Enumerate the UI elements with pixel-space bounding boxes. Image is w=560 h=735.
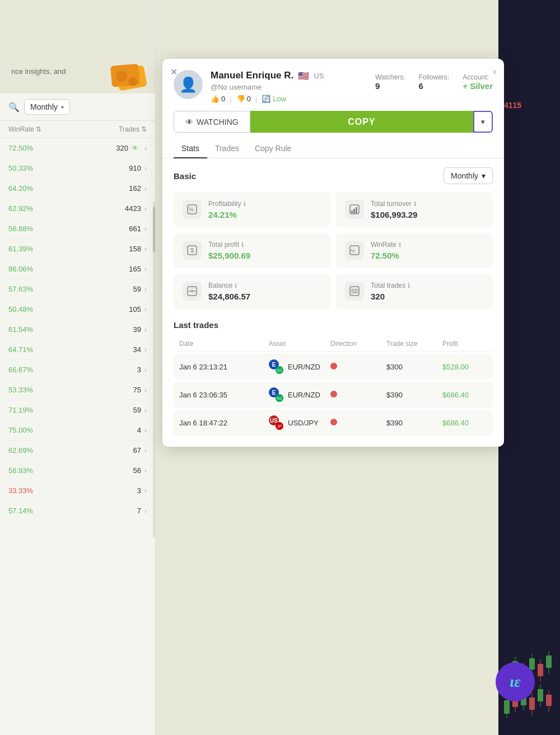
table-row[interactable]: Jan 6 23:06:35 E NZ EUR/NZD $390 $686.40 (174, 382, 493, 408)
chevron-right-icon: › (144, 346, 147, 354)
balance-card: Balance ℹ $24,806.57 (174, 274, 330, 309)
scrollbar[interactable] (153, 202, 155, 537)
scrollbar-thumb[interactable] (153, 207, 155, 252)
modal-close-left-icon[interactable]: ✕ (170, 67, 178, 77)
avatar: 👤 (174, 70, 203, 99)
chevron-right-icon: › (144, 265, 147, 273)
tab-stats[interactable]: Stats (174, 139, 207, 158)
balance-value: $24,806.57 (208, 292, 321, 301)
modal-close-right-icon[interactable]: ‹ (493, 67, 496, 77)
trade-date: Jan 6 18:47:22 (179, 419, 269, 427)
modal-tabs: Stats Trades Copy Rule (162, 133, 504, 158)
list-item[interactable]: 61.54% 39 › (0, 320, 155, 340)
list-item[interactable]: 62.92% 4423 › (0, 199, 155, 219)
asset-flag-icon: E NZ (269, 359, 283, 374)
row-right: 75 › (133, 386, 147, 394)
trades-value: 67 (133, 446, 141, 455)
tab-trades[interactable]: Trades (207, 139, 247, 158)
winrate-value: 50.48% (8, 305, 33, 313)
chevron-right-icon: › (144, 205, 147, 213)
row-right: 3 › (137, 366, 147, 374)
col-asset: Asset (269, 340, 330, 348)
profit-value: $528.00 (442, 363, 487, 371)
trader-modal: ✕ ‹ 👤 Manuel Enrique R. 🇺🇸 US @No userna… (162, 59, 504, 447)
winrate-content: WinRate ℹ 72.50% (371, 241, 484, 260)
action-buttons: 👁 WATCHING COPY ▾ (162, 103, 504, 133)
list-item[interactable]: 57.63% 59 › (0, 279, 155, 299)
row-right: 3 › (137, 486, 147, 495)
total-trades-content: Total trades ℹ 320 (371, 282, 484, 301)
copy-dropdown-button[interactable]: ▾ (473, 111, 493, 133)
trades-value: 7 (137, 507, 141, 515)
row-right: 4 › (137, 426, 147, 434)
list-item[interactable]: 62.69% 67 › (0, 441, 155, 461)
list-item[interactable]: 56.88% 661 › (0, 219, 155, 239)
svg-point-3 (128, 77, 137, 86)
winrate-info-icon: ℹ (399, 241, 401, 249)
list-item[interactable]: 86.06% 165 › (0, 259, 155, 279)
trades-header[interactable]: Trades ⇅ (119, 125, 147, 133)
trades-value: 56 (133, 466, 141, 475)
list-item[interactable]: 64.71% 34 › (0, 340, 155, 360)
total-trades-info-icon: ℹ (408, 282, 410, 289)
tab-copy-rule[interactable]: Copy Rule (247, 139, 299, 158)
trade-size: $300 (386, 363, 442, 371)
risk-label: Low (273, 95, 286, 103)
winrate-value: 58.93% (8, 466, 33, 475)
asset-name: USD/JPY (288, 419, 319, 427)
row-right: 162 › (129, 184, 147, 193)
search-icon[interactable]: 🔍 (8, 102, 20, 113)
list-item[interactable]: 58.93% 56 › (0, 461, 155, 481)
monthly-dropdown[interactable]: Monthly ▾ (24, 99, 70, 115)
copy-button[interactable]: COPY (250, 111, 473, 133)
svg-text:%: % (189, 207, 194, 213)
svg-rect-31 (351, 210, 353, 213)
list-item[interactable]: 50.33% 910 › (0, 158, 155, 179)
watching-label: WATCHING (197, 118, 239, 127)
direction-cell (330, 391, 386, 399)
logo-badge: ιε (496, 662, 535, 701)
table-row[interactable]: Jan 6 23:13:21 E NZ EUR/NZD $300 $528.00 (174, 354, 493, 380)
account-value: + Silver (463, 81, 493, 91)
username: @No username (211, 83, 367, 91)
asset-cell: US JP USD/JPY (269, 415, 330, 430)
winrate-value: 33.33% (8, 486, 33, 495)
chevron-right-icon: › (144, 326, 147, 334)
winrate-label: WinRate ℹ (371, 241, 484, 249)
list-item[interactable]: 66.67% 3 › (0, 360, 155, 380)
list-item[interactable]: 61.39% 158 › (0, 239, 155, 259)
list-item[interactable]: 75.00% 4 › (0, 420, 155, 441)
country-flag: 🇺🇸 (298, 71, 309, 81)
list-item[interactable]: 33.33% 3 › (0, 481, 155, 501)
col-trade-size: Trade size (386, 340, 442, 348)
svg-rect-33 (356, 207, 357, 213)
row-right: 165 › (129, 265, 147, 273)
chevron-right-icon: › (144, 165, 147, 172)
svg-rect-25 (538, 689, 543, 701)
list-item[interactable]: 57.14% 7 › (0, 501, 155, 521)
total-trades-icon (345, 282, 364, 301)
row-right: 67 › (133, 446, 147, 455)
right-background: 4115 (498, 0, 560, 735)
row-right: 661 › (129, 224, 147, 233)
chevron-right-icon: › (144, 144, 147, 152)
direction-cell (330, 419, 386, 427)
list-item[interactable]: 72.50% 320 👁 › (0, 138, 155, 158)
winrate-card: % WinRate ℹ 72.50% (336, 233, 493, 268)
watching-button[interactable]: 👁 WATCHING (174, 111, 250, 133)
svg-text:$: $ (190, 247, 194, 254)
thumbs-down-icon: 👎 (236, 95, 245, 103)
period-dropdown[interactable]: Monthly ▾ (444, 167, 493, 184)
winrate-header[interactable]: WinRate ⇅ (8, 125, 41, 133)
list-item[interactable]: 64.20% 162 › (0, 179, 155, 199)
total-turnover-label: Total turnover ℹ (371, 200, 484, 208)
table-row[interactable]: Jan 6 18:47:22 US JP USD/JPY $390 $686.4… (174, 410, 493, 436)
list-item[interactable]: 71.19% 59 › (0, 400, 155, 420)
col-direction: Direction (330, 340, 386, 348)
trades-table-header: Date Asset Direction Trade size Profit (174, 336, 493, 352)
trade-size: $390 (386, 391, 442, 399)
winrate-value: 57.63% (8, 285, 33, 293)
list-item[interactable]: 50.48% 105 › (0, 299, 155, 320)
svg-rect-23 (529, 697, 535, 710)
list-item[interactable]: 53.33% 75 › (0, 380, 155, 400)
